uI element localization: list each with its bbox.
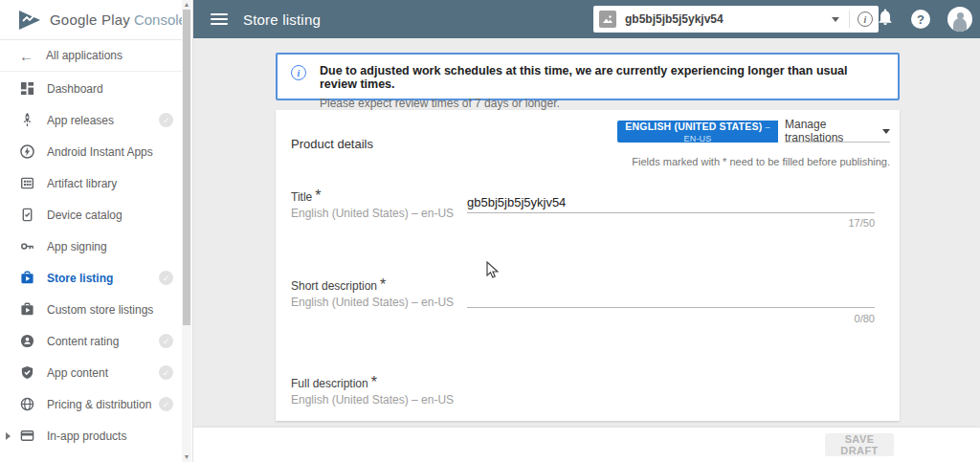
completed-check-icon: ✓ xyxy=(159,334,173,348)
chevron-down-icon[interactable] xyxy=(832,17,839,22)
person-icon xyxy=(19,334,34,349)
brand-name: Google Play xyxy=(50,11,130,28)
scroll-down-icon[interactable]: ▼ xyxy=(182,452,191,462)
sidebar: Google Play Console ← All applications D… xyxy=(0,0,193,462)
sidebar-item-app-content[interactable]: App content ✓ xyxy=(0,357,181,388)
account-avatar[interactable] xyxy=(947,7,972,32)
scroll-up-icon[interactable]: ▲ xyxy=(182,0,191,10)
sidebar-item-in-app-products[interactable]: In-app products xyxy=(0,420,181,451)
required-asterisk: * xyxy=(315,187,321,204)
save-draft-button[interactable]: SAVE DRAFT xyxy=(825,433,894,456)
manage-translations-dropdown[interactable]: Manage translations xyxy=(785,121,890,143)
page-title: Store listing xyxy=(243,11,321,28)
dashboard-icon xyxy=(19,81,34,97)
shield-icon xyxy=(19,365,34,381)
language-button[interactable]: ENGLISH (UNITED STATES) – EN-US xyxy=(617,121,778,143)
title-char-counter: 17/50 xyxy=(467,217,875,229)
manage-translations-label: Manage translations xyxy=(785,118,882,144)
short-description-field-label: Short description* English (United State… xyxy=(291,276,454,309)
custom-store-icon xyxy=(19,302,34,318)
short-description-char-counter: 0/80 xyxy=(467,313,875,324)
review-times-banner: i Due to adjusted work schedules at this… xyxy=(276,53,900,100)
info-icon: i xyxy=(291,65,306,80)
sidebar-item-content-rating[interactable]: Content rating ✓ xyxy=(0,325,181,357)
sidebar-item-pricing-distribution[interactable]: Pricing & distribution ✓ xyxy=(0,388,181,420)
rocket-icon xyxy=(19,113,34,128)
brand-suffix: Console xyxy=(134,11,187,28)
globe-icon xyxy=(19,397,34,412)
back-label: All applications xyxy=(46,49,122,62)
lightning-icon xyxy=(19,144,34,160)
expand-caret-icon[interactable] xyxy=(6,432,11,440)
store-icon xyxy=(19,271,34,286)
sidebar-item-dashboard[interactable]: Dashboard xyxy=(0,73,181,104)
required-fields-note: Fields marked with * need to be filled b… xyxy=(632,156,890,167)
footer-bar: SAVE DRAFT xyxy=(193,428,980,462)
help-icon[interactable]: ? xyxy=(911,10,930,29)
sidebar-item-app-releases[interactable]: App releases ✓ xyxy=(0,104,181,136)
completed-check-icon: ✓ xyxy=(159,113,173,127)
short-description-field-locale: English (United States) – en-US xyxy=(291,296,454,309)
chevron-down-icon xyxy=(882,129,890,134)
completed-check-icon: ✓ xyxy=(159,397,173,411)
product-details-card: Product details ENGLISH (UNITED STATES) … xyxy=(276,110,900,421)
sidebar-item-artifact-library[interactable]: Artifact library xyxy=(0,167,181,199)
section-title: Product details xyxy=(291,137,373,151)
google-play-logo-icon xyxy=(17,10,42,31)
notifications-bell-icon[interactable] xyxy=(877,9,894,30)
title-input[interactable] xyxy=(467,192,875,213)
device-icon xyxy=(19,208,34,223)
sidebar-nav: Dashboard App releases ✓ Android Instant… xyxy=(0,73,181,451)
back-arrow-icon: ← xyxy=(19,48,46,64)
sidebar-item-app-signing[interactable]: App signing xyxy=(0,231,181,262)
app-name: gb5bj5jb5j5ykjv54 xyxy=(625,12,832,26)
app-info-icon[interactable]: i xyxy=(858,11,873,27)
banner-title: Due to adjusted work schedules at this t… xyxy=(320,64,884,91)
library-icon xyxy=(19,176,34,191)
app-selector-dropdown[interactable]: gb5bj5jb5j5ykjv54 i xyxy=(593,6,879,33)
completed-check-icon: ✓ xyxy=(159,365,173,380)
short-description-input[interactable] xyxy=(467,287,875,308)
banner-subtitle: Please expect review times of 7 days or … xyxy=(320,97,884,110)
title-field-label: Title* English (United States) – en-US xyxy=(291,187,454,220)
sidebar-scrollbar[interactable]: ▲ ▼ xyxy=(182,0,191,462)
app-thumbnail-icon xyxy=(599,11,616,28)
card-icon xyxy=(19,429,34,444)
scrollbar-thumb[interactable] xyxy=(183,10,190,325)
topbar-actions: ? xyxy=(877,0,972,38)
required-asterisk: * xyxy=(371,374,377,390)
divider xyxy=(849,11,850,28)
app-logo[interactable]: Google Play Console xyxy=(0,0,192,40)
topbar: Store listing gb5bj5jb5j5ykjv54 i ? xyxy=(193,0,980,38)
completed-check-icon: ✓ xyxy=(159,271,173,285)
sidebar-item-android-instant-apps[interactable]: Android Instant Apps xyxy=(0,136,181,167)
language-label: ENGLISH (UNITED STATES) xyxy=(625,121,762,132)
main-content: i Due to adjusted work schedules at this… xyxy=(193,38,980,428)
sidebar-item-all-applications[interactable]: ← All applications xyxy=(0,40,192,72)
sidebar-item-custom-store-listings[interactable]: Custom store listings xyxy=(0,294,181,325)
full-description-field-label: Full description* English (United States… xyxy=(291,374,454,407)
title-field-locale: English (United States) – en-US xyxy=(291,207,454,220)
menu-icon[interactable] xyxy=(211,13,228,26)
sidebar-item-device-catalog[interactable]: Device catalog xyxy=(0,199,181,231)
required-asterisk: * xyxy=(380,276,386,293)
sidebar-item-store-listing[interactable]: Store listing ✓ xyxy=(0,262,181,294)
full-description-field-locale: English (United States) – en-US xyxy=(291,393,454,407)
key-icon xyxy=(19,239,34,254)
